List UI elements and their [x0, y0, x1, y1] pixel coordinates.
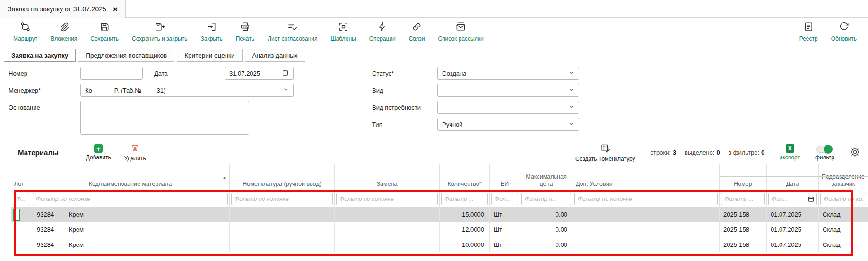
calendar-icon — [282, 69, 289, 78]
tab-analiz-dannyh[interactable]: Анализ данных — [245, 49, 305, 62]
filter-input-lot[interactable] — [13, 193, 29, 205]
toolbar-button-approval-sheet[interactable]: Лист согласования — [261, 21, 324, 42]
cell-zamena[interactable] — [335, 207, 440, 222]
cell-material[interactable]: 93284Крем — [31, 207, 230, 222]
toolbar-button-refresh[interactable]: Обновить — [825, 21, 863, 42]
cell-quantity[interactable]: 12.0000 — [440, 222, 490, 237]
col-header-zamena[interactable]: Замена — [335, 164, 440, 191]
basis-label: Основание — [9, 104, 40, 111]
toolbar-button-operations[interactable]: Операции — [363, 21, 402, 42]
cell-conditions[interactable] — [573, 222, 720, 237]
filter-input-max-price[interactable] — [521, 193, 571, 205]
filter-input-material[interactable] — [33, 193, 228, 205]
close-tab-icon[interactable]: × — [113, 5, 118, 13]
need-kind-label: Вид потребности — [372, 104, 421, 111]
toggle-switch-icon — [816, 146, 833, 153]
grid-settings-button[interactable] — [850, 147, 860, 159]
cell-quantity[interactable]: 10.0000 — [440, 237, 490, 252]
toolbar-button-label: Лист согласования — [268, 35, 318, 42]
cell-unit[interactable]: Шт — [490, 222, 520, 237]
col-header-nomenclature[interactable]: Номенклатура (ручной ввод) — [230, 164, 335, 191]
cell-date[interactable]: 01.07.2025 — [767, 237, 819, 252]
tab-predlozheniya-postavshchikov[interactable]: Предложения поставщиков — [78, 49, 174, 62]
col-header-number[interactable]: Номер — [720, 164, 767, 191]
cell-unit[interactable]: Шт — [490, 237, 520, 252]
col-header-quantity[interactable]: Количество* — [440, 164, 490, 191]
create-nomenclature-button[interactable]: Создать номенклатуру — [575, 143, 635, 162]
table-row[interactable]: 93284Крем 12.0000 Шт 0.00 2025-158 01.07… — [11, 222, 868, 237]
col-header-conditions[interactable]: Доп. Условия — [573, 164, 720, 191]
col-header-date[interactable]: Дата — [767, 164, 819, 191]
cell-division[interactable]: Склад — [819, 237, 868, 252]
filter-input-nomenclature[interactable] — [231, 193, 333, 205]
manager-select[interactable]: Ко Р. (Таб.№ 31) — [80, 84, 294, 97]
add-row-button[interactable]: + Добавить — [86, 144, 111, 161]
cell-zamena[interactable] — [335, 222, 440, 237]
filter-input-division[interactable] — [820, 193, 866, 205]
paperclip-icon — [59, 21, 69, 34]
cell-quantity[interactable]: 15.0000 — [440, 207, 490, 222]
type-label: Тип — [372, 121, 382, 128]
status-select[interactable]: Создана — [437, 67, 579, 80]
cell-material[interactable]: 93284Крем — [31, 222, 230, 237]
toolbar-button-save-close[interactable]: Сохранить и закрыть — [125, 21, 194, 42]
calendar-icon[interactable] — [807, 195, 815, 204]
toolbar-button-mailing-list[interactable]: Список рассылки — [431, 21, 490, 42]
delete-row-button[interactable]: Удалить — [124, 143, 146, 162]
table-row[interactable]: 93284Крем 10.0000 Шт 0.00 2025-158 01.07… — [11, 237, 868, 252]
need-kind-select[interactable] — [437, 101, 579, 114]
tab-kriterii-ocenki[interactable]: Критерии оценки — [177, 49, 242, 62]
cell-max-price[interactable]: 0.00 — [520, 237, 573, 252]
filter-input-conditions[interactable] — [574, 193, 718, 205]
cell-division[interactable]: Склад — [819, 222, 868, 237]
toolbar-button-save[interactable]: Сохранить — [84, 21, 125, 42]
toolbar-button-attachments[interactable]: Вложения — [44, 21, 84, 42]
filter-toggle[interactable]: фильтр — [815, 145, 834, 161]
filter-input-zamena[interactable] — [336, 193, 438, 205]
cell-max-price[interactable]: 0.00 — [520, 222, 573, 237]
cell-date[interactable]: 01.07.2025 — [767, 222, 819, 237]
cell-number[interactable]: 2025-158 — [720, 237, 767, 252]
col-header-max-price[interactable]: Максимальная цена — [520, 164, 573, 191]
header-group-line — [720, 176, 868, 177]
table-row[interactable]: 93284Крем 15.0000 Шт 0.00 2025-158 01.07… — [11, 207, 868, 222]
toolbar-button-registry[interactable]: Реестр — [793, 21, 825, 42]
col-header-unit[interactable]: ЕИ — [490, 164, 520, 191]
toolbar-button-print[interactable]: Печать — [229, 21, 261, 42]
col-header-lot[interactable]: Лот — [11, 164, 31, 191]
cell-lot[interactable] — [11, 222, 31, 237]
cell-date[interactable]: 01.07.2025 — [767, 207, 819, 222]
document-tab[interactable]: Заявка на закупку от 31.07.2025 × — [0, 0, 126, 18]
export-excel-button[interactable]: X экспорт — [780, 144, 800, 161]
cell-material[interactable]: 93284Крем — [31, 237, 230, 252]
cell-lot[interactable] — [11, 207, 31, 222]
tab-zayavka[interactable]: Заявка на закупку — [4, 49, 76, 62]
cell-division[interactable]: Склад — [819, 207, 868, 222]
number-input[interactable] — [80, 67, 143, 80]
basis-textarea[interactable] — [80, 101, 249, 135]
filter-input-quantity[interactable] — [441, 193, 488, 205]
cell-number[interactable]: 2025-158 — [720, 207, 767, 222]
filter-input-unit[interactable] — [491, 193, 518, 205]
cell-nomenclature[interactable] — [230, 222, 335, 237]
date-input[interactable]: 31.07.2025 — [225, 67, 294, 80]
cell-nomenclature[interactable] — [230, 207, 335, 222]
toolbar-button-close[interactable]: Закрыть — [194, 21, 229, 42]
cell-conditions[interactable] — [573, 207, 720, 222]
type-select[interactable]: Ручной — [437, 118, 579, 131]
cell-nomenclature[interactable] — [230, 237, 335, 252]
cell-conditions[interactable] — [573, 237, 720, 252]
toolbar-button-links[interactable]: Связи — [402, 21, 432, 42]
kind-select[interactable] — [437, 84, 579, 97]
toolbar-button-route[interactable]: Маршрут — [7, 21, 44, 42]
cell-unit[interactable]: Шт — [490, 207, 520, 222]
cell-number[interactable]: 2025-158 — [720, 222, 767, 237]
col-header-division[interactable]: Подразделение заказчик — [819, 164, 868, 191]
toolbar-button-templates[interactable]: Шаблоны — [324, 21, 363, 42]
chevron-down-icon — [283, 87, 289, 94]
cell-lot[interactable] — [11, 237, 31, 252]
filter-input-number[interactable] — [721, 193, 765, 205]
col-header-material[interactable]: Код/наименование материала ▲ — [31, 164, 230, 191]
cell-zamena[interactable] — [335, 237, 440, 252]
cell-max-price[interactable]: 0.00 — [520, 207, 573, 222]
